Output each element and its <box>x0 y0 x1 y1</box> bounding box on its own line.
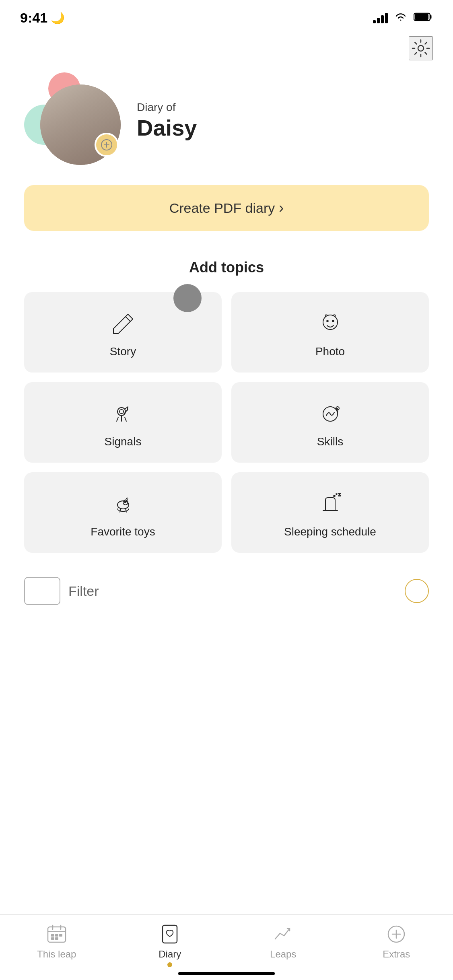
pdf-btn-container: Create PDF diary › <box>0 181 453 247</box>
pdf-btn-label: Create PDF diary <box>169 200 275 216</box>
face-icon <box>316 310 344 338</box>
filter-box-icon <box>24 577 60 605</box>
svg-line-17 <box>126 508 126 512</box>
status-time: 9:41 🌙 <box>20 10 65 26</box>
tab-leaps-label: Leaps <box>270 949 296 960</box>
diary-icon <box>159 923 181 945</box>
svg-rect-1 <box>415 14 428 20</box>
pencil-icon <box>109 310 137 338</box>
topic-label-skills: Skills <box>317 435 343 448</box>
add-topics-section: Add topics Story <box>0 247 453 553</box>
home-indicator <box>178 972 275 975</box>
topic-card-favorite-toys[interactable]: Favorite toys <box>24 472 222 553</box>
tab-diary[interactable]: Diary <box>113 923 227 960</box>
time-text: 9:41 <box>20 10 47 26</box>
moon-icon: 🌙 <box>51 11 65 25</box>
status-icons <box>373 11 433 24</box>
svg-rect-25 <box>59 934 62 937</box>
topic-card-photo[interactable]: Photo <box>231 292 429 373</box>
edit-icon <box>101 139 113 151</box>
calendar-icon <box>45 923 68 945</box>
profile-text: Diary of Daisy <box>137 101 197 140</box>
bottom-peek: Filter <box>0 577 453 605</box>
topic-label-story: Story <box>110 345 136 358</box>
wifi-icon <box>393 12 408 23</box>
add-topics-title: Add topics <box>24 259 429 276</box>
tab-leaps[interactable]: Leaps <box>226 923 340 960</box>
svg-point-8 <box>332 320 334 322</box>
svg-point-7 <box>327 320 328 322</box>
profile-section: Diary of Daisy <box>0 60 453 181</box>
baby-name: Daisy <box>137 115 197 140</box>
battery-icon <box>414 11 433 24</box>
edit-avatar-button[interactable] <box>95 133 119 157</box>
topic-label-favorite-toys: Favorite toys <box>91 525 155 538</box>
svg-point-2 <box>418 45 424 51</box>
tooltip-bubble <box>173 284 202 312</box>
topic-card-story[interactable]: Story <box>24 292 222 373</box>
svg-rect-23 <box>51 934 54 937</box>
sleep-icon: Z <box>316 490 344 518</box>
status-bar: 9:41 🌙 <box>0 0 453 32</box>
signals-icon <box>109 400 137 428</box>
signal-bars-icon <box>373 12 388 23</box>
tab-extras-label: Extras <box>383 949 410 960</box>
filter-label: Filter <box>68 583 99 599</box>
svg-point-9 <box>117 408 126 416</box>
diary-of-label: Diary of <box>137 101 197 114</box>
gear-icon <box>412 39 430 58</box>
topic-label-photo: Photo <box>315 345 345 358</box>
tab-extras[interactable]: Extras <box>340 923 453 960</box>
topic-card-skills[interactable]: Skills <box>231 382 429 463</box>
pdf-btn-arrow: › <box>279 200 284 216</box>
topic-card-sleeping-schedule[interactable]: Z Sleeping schedule <box>231 472 429 553</box>
filter-circle-icon <box>405 579 429 603</box>
svg-rect-27 <box>55 937 58 940</box>
avatar-container <box>24 72 121 169</box>
svg-rect-28 <box>163 925 177 943</box>
topic-card-signals[interactable]: Signals <box>24 382 222 463</box>
topics-grid: Story Photo <box>24 292 429 553</box>
plus-circle-icon <box>385 923 408 945</box>
tab-diary-label: Diary <box>159 949 181 960</box>
svg-line-16 <box>120 508 121 512</box>
tab-this-leap-label: This leap <box>37 949 76 960</box>
settings-area <box>0 32 453 60</box>
svg-point-10 <box>119 410 124 414</box>
tab-bar: This leap Diary Leaps <box>0 914 453 980</box>
svg-rect-26 <box>51 937 54 940</box>
skills-icon <box>316 400 344 428</box>
topic-label-sleeping-schedule: Sleeping schedule <box>284 525 376 538</box>
tab-this-leap[interactable]: This leap <box>0 923 113 960</box>
svg-rect-24 <box>55 934 58 937</box>
topic-label-signals: Signals <box>105 435 142 448</box>
toys-icon <box>109 490 137 518</box>
settings-button[interactable] <box>409 36 433 60</box>
tab-active-dot <box>167 962 172 967</box>
create-pdf-button[interactable]: Create PDF diary › <box>24 185 429 231</box>
svg-point-15 <box>124 502 126 503</box>
leaps-icon <box>272 923 294 945</box>
svg-text:Z: Z <box>338 492 341 497</box>
